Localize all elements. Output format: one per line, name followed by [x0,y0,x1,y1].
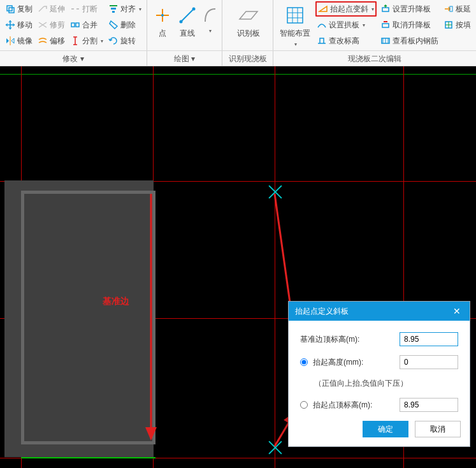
merge-icon [70,20,80,30]
align-icon [108,4,119,14]
hint-text: （正值向上抬,负值向下压） [300,378,458,389]
point-button[interactable]: 点 [151,1,174,47]
input-lift-top[interactable] [400,398,458,412]
rebar-icon [380,36,391,46]
cancel-lift-icon [380,20,391,30]
break-icon [70,4,80,14]
align-button[interactable]: 对齐▾ [107,1,143,17]
set-lift-slab-button[interactable]: 设置升降板 [379,1,440,17]
extend-icon [38,4,48,14]
ok-button[interactable]: 确定 [363,421,408,437]
svg-rect-1 [9,8,14,13]
merge-button[interactable]: 合并 [69,17,105,33]
break-button[interactable]: 打断 [69,1,105,17]
arc-button[interactable]: ▾ [201,1,218,47]
offset-icon [38,36,48,46]
setlift-label: 设置升降板 [393,4,431,15]
move-label: 移动 [17,20,32,31]
slab-ext-button[interactable]: 板延 [442,1,472,17]
label-lift-height: 抬起高度(mm): [313,357,394,368]
lift-point-marker-icon[interactable] [266,439,284,457]
trim-button[interactable]: 修剪 [36,17,66,33]
line-icon [177,5,198,26]
delete-label: 删除 [120,20,136,31]
svg-rect-10 [382,8,389,11]
radio-lift-height[interactable] [300,358,308,366]
recognize-slab-button[interactable]: 识别板 [226,1,271,47]
offset-button[interactable]: 偏移 [36,33,66,48]
point-label: 点 [159,28,166,39]
drawing-canvas[interactable]: 基准边 抬起点 抬起点定义斜板 ✕ 基准边顶标高(m): 抬起高度(mm): （… [0,66,476,468]
ext-icon [444,4,454,14]
slab-icon [238,5,259,26]
line-button[interactable]: 直线 [177,1,199,47]
break-label: 打断 [82,4,97,15]
ribbon-group-modify: 复制 移动 镜像 延伸 修剪 偏移 打断 合并 分割▾ 对齐▾ 删除 旋转 修改… [0,0,147,66]
copy-icon [5,4,15,14]
grid-icon [285,5,305,26]
cancel-lift-slab-button[interactable]: 取消升降板 [379,17,440,33]
label-lift-top: 抬起点顶标高(m): [313,400,394,411]
cancel-button[interactable]: 取消 [415,421,461,437]
selected-slab[interactable] [21,191,155,444]
ribbon-group-recognize: 识别板 识别现浇板 [222,0,273,66]
tilt-icon [318,4,328,14]
group-label-draw: 绘图 ▾ [147,54,222,64]
svg-rect-5 [112,11,115,13]
group-label-edit2: 现浇板二次编辑 [273,54,476,64]
split-icon [70,36,80,46]
copy-button[interactable]: 复制 [4,1,34,17]
gridline-v [275,66,275,468]
align-label: 对齐 [120,4,136,15]
copy-label: 复制 [17,4,32,15]
ext-label: 板延 [456,4,471,15]
chevron-down-icon: ▾ [363,22,365,28]
split-button[interactable]: 分割▾ [69,33,105,48]
row-lift-top: 抬起点顶标高(m): [300,398,458,412]
check-label: 查改标高 [329,36,359,47]
view-rebar-button[interactable]: 查看板内钢筋 [379,33,440,48]
extend-button[interactable]: 延伸 [36,1,66,17]
rotate-button[interactable]: 旋转 [107,33,143,48]
dialog-body: 基准边顶标高(m): 抬起高度(mm): （正值向上抬,负值向下压） 抬起点顶标… [289,321,470,421]
svg-rect-9 [287,8,303,23]
recognize-label: 识别板 [237,28,260,39]
rotate-icon [108,36,119,46]
smart-layout-button[interactable]: 智能布置▾ [277,1,313,47]
mirror-label: 镜像 [17,36,32,47]
close-icon[interactable]: ✕ [451,305,463,318]
boundary-line [0,74,476,75]
input-lift-height[interactable] [400,355,458,369]
gridline-h [0,458,476,458]
elevation-icon [317,36,327,46]
arch-label: 设置拱板 [329,20,359,31]
svg-rect-4 [111,8,116,10]
annotation-base-edge: 基准边 [103,296,129,307]
group-label-recognize: 识别现浇板 [222,54,273,64]
mirror-icon [5,36,15,46]
arch-icon [317,20,327,30]
chevron-down-icon: ▾ [101,38,103,44]
point-icon [152,5,173,26]
move-button[interactable]: 移动 [4,17,34,33]
slab-ext2-button[interactable]: 按填 [442,17,472,33]
set-arch-button[interactable]: 设置拱板▾ [315,17,377,33]
lift-point-tilt-button[interactable]: 抬起点变斜▾ [315,1,377,17]
dialog-titlebar[interactable]: 抬起点定义斜板 ✕ [289,302,470,321]
rotate-label: 旋转 [120,36,136,47]
chevron-down-icon: ▾ [371,6,374,12]
delete-icon [108,20,119,30]
lift-point-marker-icon[interactable] [266,183,284,201]
smart-label: 智能布置 [280,28,310,39]
extend-label: 延伸 [50,4,65,15]
radio-lift-top[interactable] [300,401,308,409]
ext2-label: 按填 [456,20,471,31]
ribbon-toolbar: 复制 移动 镜像 延伸 修剪 偏移 打断 合并 分割▾ 对齐▾ 删除 旋转 修改… [0,0,476,66]
input-base-elevation[interactable] [400,332,458,346]
mirror-button[interactable]: 镜像 [4,33,34,48]
check-elevation-button[interactable]: 查改标高 [315,33,377,48]
row-lift-height: 抬起高度(mm): [300,355,458,369]
move-icon [5,20,15,30]
delete-button[interactable]: 删除 [107,17,143,33]
svg-point-6 [161,14,164,17]
